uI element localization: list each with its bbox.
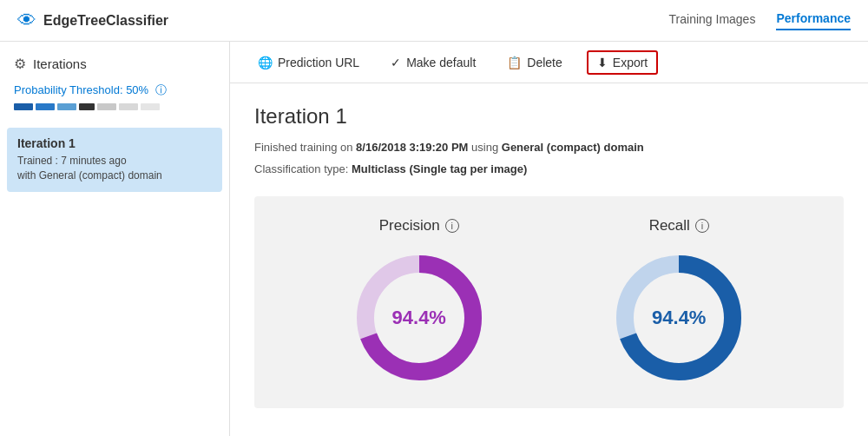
bar-seg-7	[141, 103, 160, 110]
training-info-line2: Classification type: Multiclass (Single …	[254, 161, 844, 179]
recall-donut: 94.4%	[609, 248, 748, 387]
nav-performance[interactable]: Performance	[776, 11, 851, 30]
delete-icon: 📋	[507, 56, 522, 69]
recall-info-icon[interactable]: i	[695, 219, 709, 233]
recall-chart-container: Recall i 94.4%	[609, 217, 748, 387]
make-default-icon: ✓	[391, 56, 401, 69]
prediction-url-label: Prediction URL	[278, 56, 359, 69]
sidebar-header: ⚙ Iterations	[0, 56, 229, 83]
bar-seg-2	[36, 103, 55, 110]
sidebar: ⚙ Iterations Probability Threshold: 50% …	[0, 42, 230, 436]
charts-section: Precision i 94.4%	[254, 196, 844, 408]
app-name: EdgeTreeClassifier	[43, 13, 168, 29]
training-date: 8/16/2018 3:19:20 PM	[356, 141, 468, 154]
probability-info-icon[interactable]: ⓘ	[155, 83, 167, 96]
logo-icon: 👁	[17, 10, 36, 32]
iteration-card-subtitle: Trained : 7 minutes ago with General (co…	[17, 154, 212, 183]
bar-seg-4	[79, 103, 95, 110]
nav-links: Training Images Performance	[669, 11, 851, 30]
recall-value: 94.4%	[652, 307, 706, 329]
bar-seg-6	[119, 103, 138, 110]
precision-chart-container: Precision i 94.4%	[350, 217, 489, 387]
main-layout: ⚙ Iterations Probability Threshold: 50% …	[0, 42, 868, 436]
content-area: 🌐 Prediction URL ✓ Make default 📋 Delete…	[230, 42, 868, 436]
prediction-url-button[interactable]: 🌐 Prediction URL	[251, 52, 366, 73]
precision-chart-title: Precision i	[379, 217, 459, 235]
probability-bar	[14, 103, 215, 110]
iteration-card[interactable]: Iteration 1 Trained : 7 minutes ago with…	[7, 128, 222, 192]
export-icon: ⬇	[597, 56, 608, 69]
precision-info-icon[interactable]: i	[445, 219, 459, 233]
export-label: Export	[613, 56, 648, 69]
probability-value: 50%	[126, 83, 148, 96]
iteration-card-title: Iteration 1	[17, 136, 212, 150]
sidebar-header-label: Iterations	[33, 56, 87, 71]
app-logo: 👁 EdgeTreeClassifier	[17, 10, 168, 32]
nav-training-images[interactable]: Training Images	[669, 12, 756, 30]
prediction-url-icon: 🌐	[258, 56, 273, 69]
precision-value: 94.4%	[392, 307, 446, 329]
probability-section: Probability Threshold: 50% ⓘ	[0, 83, 229, 121]
precision-title-label: Precision	[379, 217, 440, 235]
make-default-button[interactable]: ✓ Make default	[384, 52, 483, 73]
bar-seg-5	[97, 103, 116, 110]
training-info-line1: Finished training on 8/16/2018 3:19:20 P…	[254, 139, 844, 157]
bar-seg-3	[57, 103, 76, 110]
classification-type: Multiclass (Single tag per image)	[352, 162, 527, 175]
recall-chart-title: Recall i	[649, 217, 709, 235]
page-content: Iteration 1 Finished training on 8/16/20…	[230, 83, 868, 436]
page-title: Iteration 1	[254, 104, 844, 129]
make-default-label: Make default	[406, 56, 476, 69]
top-nav: 👁 EdgeTreeClassifier Training Images Per…	[0, 0, 868, 42]
recall-title-label: Recall	[649, 217, 690, 235]
export-button[interactable]: ⬇ Export	[587, 50, 658, 75]
precision-donut: 94.4%	[350, 248, 489, 387]
iterations-icon: ⚙	[14, 56, 26, 72]
delete-button[interactable]: 📋 Delete	[500, 52, 569, 73]
delete-label: Delete	[527, 56, 562, 69]
action-bar: 🌐 Prediction URL ✓ Make default 📋 Delete…	[230, 42, 868, 83]
bar-seg-1	[14, 103, 33, 110]
probability-label: Probability Threshold: 50% ⓘ	[14, 83, 215, 98]
training-domain: General (compact) domain	[502, 141, 644, 154]
